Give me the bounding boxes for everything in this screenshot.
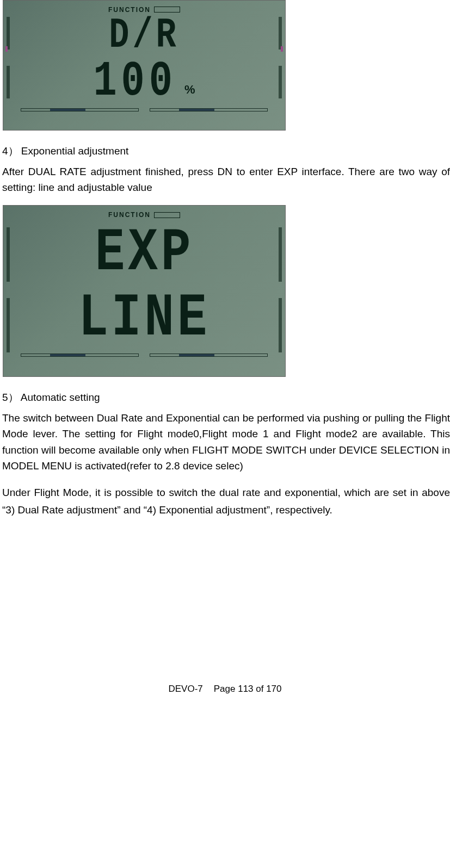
heading-exponential-adjustment: 4） Exponential adjustment: [2, 144, 450, 159]
lcd-line2: 100: [93, 45, 177, 119]
page-footer: DEVO-7Page 113 of 170: [0, 682, 450, 696]
para-automatic-setting-2: Under Flight Mode, it is possible to swi…: [2, 484, 450, 519]
para-automatic-setting-1: The switch between Dual Rate and Exponen…: [2, 410, 450, 474]
lcd-line2: LINE: [78, 274, 210, 364]
lcd-screen-exp-line: FUNCTION EXP LINE: [3, 205, 286, 377]
heading-automatic-setting: 5） Automatic setting: [2, 390, 450, 406]
para-exponential-intro: After DUAL RATE adjustment finished, pre…: [2, 164, 450, 196]
lcd-percent-symbol: %: [184, 80, 195, 106]
footer-page: Page 113 of 170: [214, 684, 282, 694]
lcd-screen-dual-rate: FUNCTION D/R 100 %: [3, 0, 286, 131]
footer-model: DEVO-7: [168, 684, 202, 694]
